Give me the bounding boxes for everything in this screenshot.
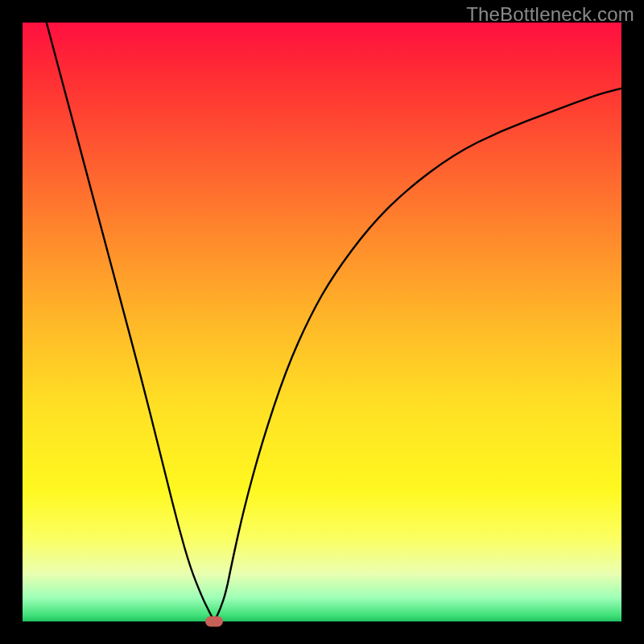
bottleneck-curve-path <box>23 23 621 618</box>
chart-frame: TheBottleneck.com <box>0 0 644 644</box>
minimum-marker <box>205 617 223 627</box>
curve-svg <box>23 23 621 621</box>
chart-plot-area <box>23 23 621 621</box>
